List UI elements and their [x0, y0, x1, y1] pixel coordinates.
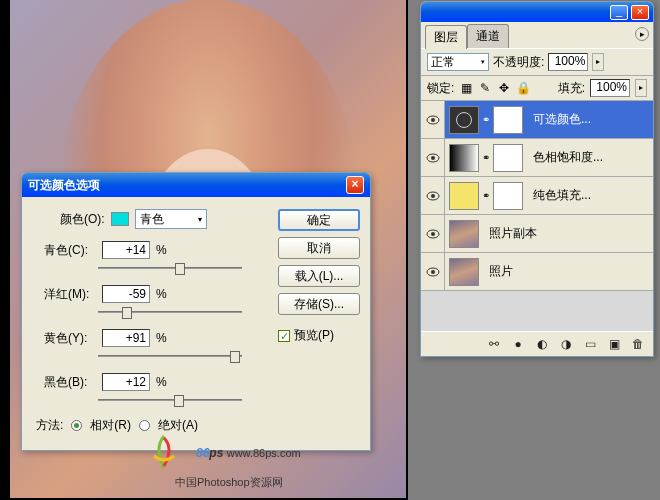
watermark-suffix: ps	[209, 446, 223, 460]
yellow-label: 黄色(Y):	[44, 330, 96, 347]
mask-thumb	[493, 144, 523, 172]
adjustment-thumb	[449, 106, 479, 134]
lock-position-icon[interactable]: ✥	[497, 81, 511, 95]
visibility-toggle[interactable]	[421, 101, 445, 138]
visibility-toggle[interactable]	[421, 253, 445, 290]
black-input[interactable]: +12	[102, 373, 150, 391]
percent-sign: %	[156, 375, 170, 389]
watermark-subtitle: 中国Photoshop资源网	[175, 475, 283, 490]
layer-mask-icon[interactable]: ◐	[533, 336, 551, 352]
layer-row[interactable]: 照片副本	[421, 215, 653, 253]
layer-thumb	[449, 220, 479, 248]
colors-label: 颜色(O):	[60, 211, 105, 228]
close-icon[interactable]: ×	[631, 5, 649, 20]
visibility-toggle[interactable]	[421, 215, 445, 252]
save-button[interactable]: 存储(S)...	[278, 293, 360, 315]
link-layers-icon[interactable]: ⚯	[485, 336, 503, 352]
opacity-input[interactable]: 100%	[548, 53, 588, 71]
layers-titlebar[interactable]: _ ×	[421, 2, 653, 22]
lock-all-icon[interactable]: 🔒	[516, 81, 530, 95]
magenta-label: 洋红(M):	[44, 286, 96, 303]
layer-name[interactable]: 照片	[483, 263, 653, 280]
cyan-label: 青色(C):	[44, 242, 96, 259]
svg-point-7	[431, 232, 435, 236]
load-button[interactable]: 载入(L)...	[278, 265, 360, 287]
link-icon[interactable]: ⚭	[482, 190, 490, 201]
layer-style-icon[interactable]: ●	[509, 336, 527, 352]
black-label: 黑色(B):	[44, 374, 96, 391]
mask-thumb	[493, 182, 523, 210]
tab-layers[interactable]: 图层	[425, 25, 467, 49]
black-slider[interactable]	[98, 393, 242, 409]
radio-relative[interactable]	[71, 420, 82, 431]
magenta-input[interactable]: -59	[102, 285, 150, 303]
visibility-toggle[interactable]	[421, 177, 445, 214]
watermark-url: www.86ps.com	[227, 447, 301, 459]
layer-row[interactable]: ⚭ 可选颜色...	[421, 101, 653, 139]
fill-label: 填充:	[558, 80, 585, 97]
fill-input[interactable]: 100%	[590, 79, 630, 97]
svg-point-1	[431, 118, 435, 122]
percent-sign: %	[156, 331, 170, 345]
blend-mode-dropdown[interactable]: 正常 ▾	[427, 53, 489, 71]
yellow-input[interactable]: +91	[102, 329, 150, 347]
cyan-input[interactable]: +14	[102, 241, 150, 259]
new-layer-icon[interactable]: ▣	[605, 336, 623, 352]
layer-name[interactable]: 照片副本	[483, 225, 653, 242]
trash-icon[interactable]: 🗑	[629, 336, 647, 352]
adjustment-layer-icon[interactable]: ◑	[557, 336, 575, 352]
svg-point-9	[431, 270, 435, 274]
tab-channels[interactable]: 通道	[467, 24, 509, 48]
watermark: 86ps www.86ps.com	[140, 432, 301, 472]
group-icon[interactable]: ▭	[581, 336, 599, 352]
cancel-button[interactable]: 取消	[278, 237, 360, 259]
layer-name[interactable]: 纯色填充...	[527, 187, 653, 204]
visibility-toggle[interactable]	[421, 139, 445, 176]
adjustment-thumb	[449, 144, 479, 172]
layers-panel: _ × 图层 通道 ▸ 正常 ▾ 不透明度: 100% ▸ 锁定: ▦ ✎ ✥ …	[420, 1, 654, 357]
color-dropdown[interactable]: 青色 ▾	[135, 209, 207, 229]
svg-point-3	[431, 156, 435, 160]
fill-thumb	[449, 182, 479, 210]
cyan-slider[interactable]	[98, 261, 242, 277]
ok-button[interactable]: 确定	[278, 209, 360, 231]
layer-row[interactable]: ⚭ 纯色填充...	[421, 177, 653, 215]
panel-menu-icon[interactable]: ▸	[635, 27, 649, 41]
layers-list: ⚭ 可选颜色... ⚭ 色相饱和度... ⚭ 纯色填充... 照片副本 照片	[421, 101, 653, 331]
color-dropdown-value: 青色	[140, 211, 164, 228]
mask-thumb	[493, 106, 523, 134]
link-icon[interactable]: ⚭	[482, 114, 490, 125]
layer-name[interactable]: 可选颜色...	[527, 111, 653, 128]
fill-flyout-icon[interactable]: ▸	[635, 79, 647, 97]
preview-checkbox[interactable]: ✓	[278, 330, 290, 342]
percent-sign: %	[156, 243, 170, 257]
radio-absolute[interactable]	[139, 420, 150, 431]
layer-thumb	[449, 258, 479, 286]
logo-icon	[140, 432, 188, 472]
layer-name[interactable]: 色相饱和度...	[527, 149, 653, 166]
opacity-label: 不透明度:	[493, 54, 544, 71]
relative-label: 相对(R)	[90, 417, 131, 434]
color-swatch	[111, 212, 129, 226]
method-label: 方法:	[36, 417, 63, 434]
lock-label: 锁定:	[427, 80, 454, 97]
layers-footer: ⚯ ● ◐ ◑ ▭ ▣ 🗑	[421, 331, 653, 356]
magenta-slider[interactable]	[98, 305, 242, 321]
dialog-titlebar[interactable]: 可选颜色选项 ×	[22, 173, 370, 197]
lock-transparency-icon[interactable]: ▦	[459, 81, 473, 95]
selective-color-dialog: 可选颜色选项 × 颜色(O): 青色 ▾ 青色(C): +14 % 洋红(M):…	[21, 172, 371, 451]
yellow-slider[interactable]	[98, 349, 242, 365]
close-icon[interactable]: ×	[346, 176, 364, 194]
blend-mode-value: 正常	[431, 54, 455, 71]
chevron-down-icon: ▾	[481, 58, 485, 66]
svg-point-5	[431, 194, 435, 198]
layer-row[interactable]: 照片	[421, 253, 653, 291]
lock-pixels-icon[interactable]: ✎	[478, 81, 492, 95]
preview-label: 预览(P)	[294, 327, 334, 344]
chevron-down-icon: ▾	[198, 215, 202, 224]
opacity-flyout-icon[interactable]: ▸	[592, 53, 604, 71]
minimize-icon[interactable]: _	[610, 5, 628, 20]
watermark-brand: 86	[196, 446, 209, 460]
link-icon[interactable]: ⚭	[482, 152, 490, 163]
layer-row[interactable]: ⚭ 色相饱和度...	[421, 139, 653, 177]
